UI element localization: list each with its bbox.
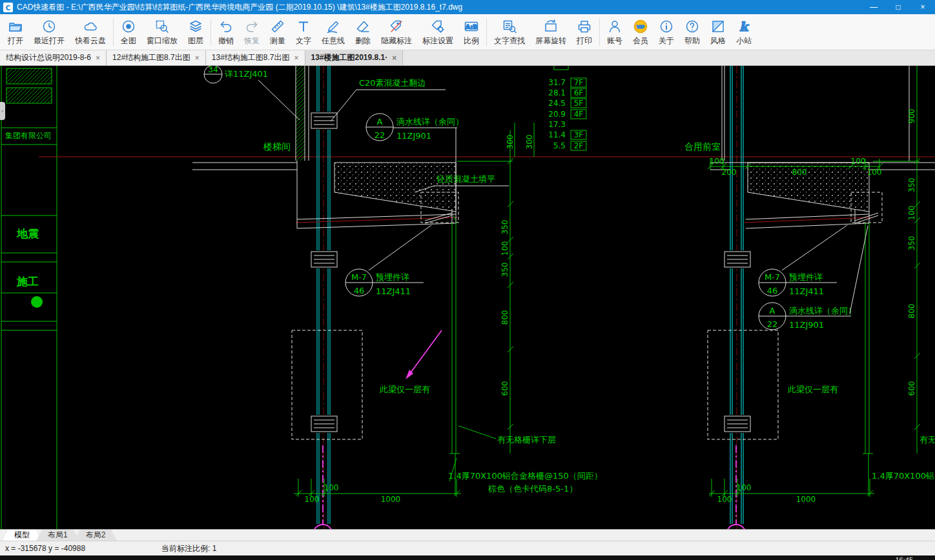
sheet-tab-layout2[interactable]: 布局2 — [74, 530, 118, 541]
tab-12-structural[interactable]: 12#结构施工图8.7出图 × — [107, 50, 206, 65]
account-icon — [608, 18, 622, 35]
toolbar-help[interactable]: 帮助 — [679, 15, 705, 49]
toolbar-delete[interactable]: 删除 — [350, 15, 376, 49]
sheet-tab-layout1[interactable]: 布局1 — [36, 530, 79, 541]
floor-tag: 7F — [574, 78, 584, 87]
toolbar-screen-rotate[interactable]: 屏幕旋转 — [530, 15, 571, 49]
elevation-column: 31.7 7F 28.1 6F 24.5 5F 20.9 4F 17.3 11.… — [548, 66, 586, 150]
tab-13-construction[interactable]: 13#楼施工图2019.8.1· × — [305, 50, 404, 65]
dim-value: 350 — [907, 236, 916, 251]
dim-value: 900 — [907, 109, 916, 124]
toolbar-text-search[interactable]: 文字查找 — [489, 15, 530, 49]
dim-value: 1000 — [796, 495, 816, 504]
dim-value: 600 — [500, 381, 509, 396]
beam-note: 此梁仅一层有 — [380, 385, 430, 394]
window-symbol — [310, 415, 338, 433]
elevation-value: 24.5 — [548, 99, 566, 108]
stair-label: 楼梯间 — [263, 141, 291, 152]
about-icon — [659, 18, 673, 35]
toolbar: 打开 最近打开 快看云盘 全图 窗口缩放 图层 撤销 恢复 测量 文字 任意线 — [0, 14, 935, 50]
eraser-icon — [356, 18, 370, 35]
dim-value: 100 — [717, 495, 732, 504]
toolbar-open[interactable]: 打开 — [3, 15, 28, 49]
site-icon: k — [737, 18, 751, 35]
app-icon: C — [3, 3, 13, 12]
elevation-value: 11.4 — [548, 130, 566, 139]
embed-callout-num: 46 — [354, 286, 365, 295]
toolbar-cloud-drive[interactable]: 快看云盘 — [70, 15, 111, 49]
svg-text:k: k — [739, 19, 750, 34]
drawing-canvas[interactable]: 集团有限公司 地震 施工 — [0, 66, 935, 529]
embed-callout-letter: M-7 — [351, 272, 367, 282]
status-bar: x = -315678 y = -40988 当前标注比例: 1 — [0, 541, 935, 555]
toolbar-about[interactable]: 关于 — [653, 15, 679, 49]
cursor-coordinates: x = -315678 y = -40988 — [5, 544, 85, 553]
toolbar-annotation-settings[interactable]: 标注设置 — [417, 15, 458, 49]
tab-structural-notes[interactable]: 结构设计总说明2019-8-6 × — [0, 50, 107, 65]
floor-tag: 5F — [574, 99, 584, 108]
window-symbol — [310, 112, 338, 130]
dim-value: 350 — [907, 178, 916, 193]
toolbar-separator — [211, 19, 211, 46]
cloud-drive-icon — [83, 18, 98, 35]
toolbar-redo[interactable]: 恢复 — [239, 15, 265, 49]
dim-value: 1000 — [381, 495, 401, 504]
dim-value: 100 — [867, 168, 882, 177]
tab-close-icon[interactable]: × — [195, 54, 200, 63]
toolbar-layers[interactable]: 图层 — [183, 15, 209, 49]
minimize-button[interactable]: — — [861, 0, 886, 14]
elevation-value: 20.9 — [548, 110, 566, 119]
scale-icon: A:B — [464, 18, 478, 35]
toolbar-separator — [113, 19, 114, 46]
annotation-scale-label: 当前标注比例: 1 — [161, 543, 216, 554]
dim-value: 100 — [324, 483, 339, 492]
cad-drawing[interactable]: 集团有限公司 地震 施工 — [0, 66, 935, 529]
taskbar-strip: 16:45 — [0, 555, 935, 560]
toolbar-undo[interactable]: 撤销 — [213, 15, 239, 49]
grille-color: 棕色（色卡代码8-5-1） — [488, 484, 577, 494]
toolbar-text[interactable]: 文字 — [291, 15, 316, 49]
right-dimensions: 100 200 800 100 100 900 350 100 350 800 … — [708, 66, 920, 504]
toolbar-window-zoom[interactable]: 窗口缩放 — [141, 15, 183, 49]
toolbar-separator — [599, 19, 600, 46]
toolbar-full-view[interactable]: 全图 — [116, 15, 141, 49]
tab-close-icon[interactable]: × — [96, 54, 100, 63]
toolbar-site[interactable]: k 小站 — [731, 15, 757, 49]
left-callouts: 34 详11ZJ401 C20素混凝土翻边 A 22 滴水线详（余同） 11ZJ… — [204, 66, 602, 494]
window-symbol — [310, 250, 338, 268]
toolbar-separator — [486, 19, 487, 46]
window-symbol — [723, 415, 752, 433]
toolbar-freeline[interactable]: 任意线 — [316, 15, 350, 49]
tab-close-icon[interactable]: × — [294, 54, 298, 63]
elevation-value: 31.7 — [548, 78, 566, 87]
panel-collapse-handle[interactable]: ‹ — [0, 102, 5, 120]
floor-tag: 6F — [574, 88, 584, 97]
toolbar-recent[interactable]: 最近打开 — [28, 15, 70, 49]
maximize-button[interactable]: □ — [886, 0, 910, 14]
svg-text:VIP: VIP — [637, 24, 644, 29]
window-controls: — □ × — [861, 0, 935, 14]
window-title: CAD快速看图 - E:\广西民华产业园\结算\结算图纸-广西民华跨境电商产业园… — [17, 2, 462, 13]
embed-callout-num: 46 — [767, 286, 778, 295]
redo-icon — [245, 18, 259, 35]
toolbar-vip[interactable]: VIP 会员 — [628, 15, 653, 49]
toolbar-hide-annotation[interactable]: 隐藏标注 — [376, 15, 417, 49]
toolbar-style[interactable]: 风格 — [705, 15, 731, 49]
toolbar-account[interactable]: 账号 — [602, 15, 628, 49]
detail-callout-ref: 详11ZJ401 — [225, 69, 268, 79]
elevation-value: 28.1 — [548, 88, 566, 97]
dim-value: 350 — [500, 263, 509, 277]
floor-tag: 2F — [574, 141, 584, 150]
dim-value: 100 — [851, 157, 866, 166]
toolbar-measure[interactable]: 测量 — [265, 15, 291, 49]
grille-note: 有无格栅详下层 — [497, 435, 556, 445]
embed-callout-text: 预埋件详 — [375, 272, 409, 282]
tab-13-structural[interactable]: 13#结构施工图8.7出图 × — [206, 50, 305, 65]
right-detail — [708, 66, 935, 529]
tab-close-icon[interactable]: × — [392, 54, 396, 63]
close-button[interactable]: × — [910, 0, 935, 14]
toolbar-scale[interactable]: A:B 比例 — [458, 15, 484, 49]
sheet-tab-model[interactable]: 模型 — [3, 530, 41, 541]
toolbar-print[interactable]: 打印 — [571, 15, 597, 49]
text-icon — [296, 18, 311, 35]
